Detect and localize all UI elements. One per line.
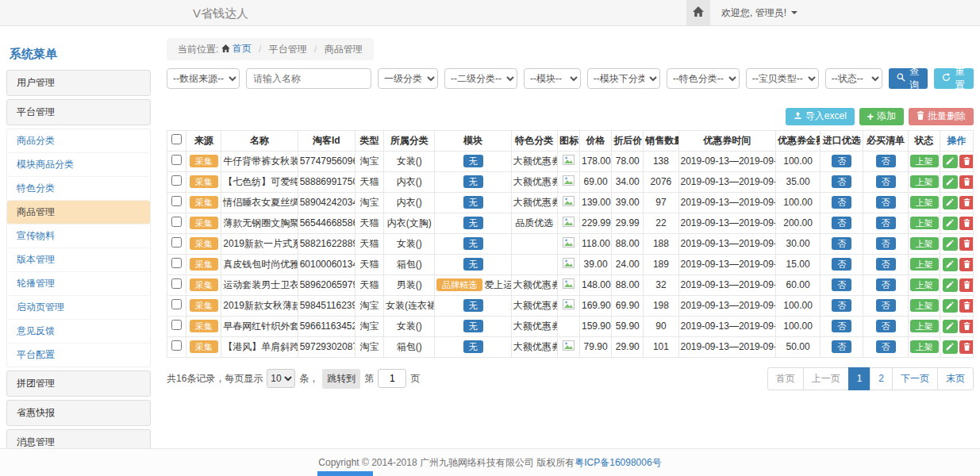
page-number-input[interactable]	[378, 369, 406, 388]
status-badge[interactable]: 上架	[910, 175, 939, 188]
feature-category-select[interactable]: --特色分类--	[667, 68, 740, 89]
must-buy-badge[interactable]: 否	[876, 278, 896, 291]
row-checkbox[interactable]	[171, 258, 182, 268]
import-select-badge[interactable]: 否	[832, 340, 851, 353]
must-buy-badge[interactable]: 否	[876, 237, 896, 250]
select-all-checkbox[interactable]	[171, 134, 182, 144]
must-buy-badge[interactable]: 否	[876, 320, 896, 332]
status-badge[interactable]: 上架	[910, 320, 939, 332]
sidebar-sub-item[interactable]: 意见反馈	[7, 320, 150, 344]
pager-button[interactable]: 1	[848, 367, 871, 390]
delete-button[interactable]	[959, 196, 974, 209]
edit-button[interactable]	[943, 278, 958, 292]
status-badge[interactable]: 上架	[910, 340, 939, 353]
import-select-badge[interactable]: 否	[832, 258, 851, 271]
must-buy-badge[interactable]: 否	[876, 340, 896, 353]
delete-button[interactable]	[959, 155, 974, 168]
sidebar-sub-item[interactable]: 特色分类	[7, 177, 150, 201]
must-buy-badge[interactable]: 否	[876, 217, 896, 229]
import-select-badge[interactable]: 否	[832, 299, 851, 312]
sidebar-sub-item[interactable]: 商品分类	[7, 129, 150, 153]
delete-button[interactable]	[959, 175, 974, 189]
row-checkbox[interactable]	[171, 175, 182, 186]
status-badge[interactable]: 上架	[910, 217, 939, 229]
status-badge[interactable]: 上架	[910, 278, 939, 291]
delete-button[interactable]	[959, 278, 974, 292]
edit-button[interactable]	[943, 155, 958, 168]
edit-button[interactable]	[943, 299, 958, 313]
delete-button[interactable]	[959, 320, 974, 333]
sidebar-sub-item-active[interactable]: 商品管理	[7, 201, 150, 225]
sidebar-group-item[interactable]: 省惠快报	[6, 400, 151, 426]
import-excel-button[interactable]: 导入excel	[786, 108, 855, 125]
pager-button[interactable]: 2	[870, 367, 893, 390]
must-buy-badge[interactable]: 否	[876, 175, 896, 188]
edit-button[interactable]	[943, 175, 958, 189]
add-button[interactable]: + 添加	[859, 108, 904, 125]
item-type-select[interactable]: --宝贝类型--	[746, 68, 819, 89]
row-checkbox[interactable]	[171, 299, 182, 309]
status-badge[interactable]: 上架	[910, 258, 939, 271]
sidebar-sub-item[interactable]: 宣传物料	[7, 225, 150, 248]
batch-delete-button[interactable]: 批量删除	[909, 108, 974, 125]
must-buy-badge[interactable]: 否	[876, 258, 896, 271]
edit-button[interactable]	[943, 320, 958, 333]
primary-category-select[interactable]: 一级分类	[378, 68, 438, 89]
must-buy-badge[interactable]: 否	[876, 299, 896, 312]
sidebar-sub-item[interactable]: 模块商品分类	[7, 153, 150, 177]
delete-button[interactable]	[959, 299, 974, 313]
edit-button[interactable]	[943, 217, 958, 230]
status-badge[interactable]: 上架	[910, 237, 939, 250]
edit-button[interactable]	[943, 237, 958, 251]
status-select[interactable]: --状态--	[825, 68, 882, 89]
search-button[interactable]: 查询	[889, 68, 928, 89]
import-select-badge[interactable]: 否	[832, 278, 851, 291]
must-buy-badge[interactable]: 否	[876, 196, 896, 209]
delete-button[interactable]	[959, 340, 974, 354]
reset-button[interactable]: 重置	[934, 68, 974, 89]
module-select[interactable]: --模块--	[524, 68, 581, 89]
row-checkbox[interactable]	[171, 196, 182, 206]
row-checkbox[interactable]	[171, 217, 182, 227]
home-button[interactable]	[686, 0, 710, 25]
sidebar-sub-item[interactable]: 版本管理	[7, 248, 150, 272]
name-input[interactable]	[246, 68, 371, 89]
status-badge[interactable]: 上架	[910, 299, 939, 312]
row-checkbox[interactable]	[171, 237, 182, 248]
import-select-badge[interactable]: 否	[832, 196, 851, 209]
sidebar-group-item[interactable]: 用户管理	[6, 70, 151, 96]
user-menu[interactable]: 欢迎您, 管理员!	[721, 6, 797, 20]
row-checkbox[interactable]	[171, 155, 182, 165]
import-select-badge[interactable]: 否	[832, 320, 851, 332]
pager-button[interactable]: 下一页	[892, 367, 938, 390]
import-select-badge[interactable]: 否	[832, 217, 851, 229]
row-checkbox[interactable]	[171, 320, 182, 330]
row-checkbox[interactable]	[171, 278, 182, 289]
breadcrumb-home-link[interactable]: 首页	[221, 42, 252, 56]
import-select-badge[interactable]: 否	[832, 237, 851, 250]
import-select-badge[interactable]: 否	[832, 175, 851, 188]
sidebar-sub-item[interactable]: 启动页管理	[7, 296, 150, 320]
delete-button[interactable]	[959, 237, 974, 251]
sidebar-group-item[interactable]: 平台管理	[6, 99, 151, 125]
delete-button[interactable]	[959, 258, 974, 271]
sidebar-group-item[interactable]: 拼团管理	[6, 370, 151, 397]
icp-link[interactable]: 粤ICP备16098006号	[575, 456, 661, 470]
status-badge[interactable]: 上架	[910, 155, 939, 167]
edit-button[interactable]	[943, 258, 958, 271]
data-source-select[interactable]: --数据来源--	[167, 68, 240, 89]
delete-button[interactable]	[959, 217, 974, 230]
edit-button[interactable]	[943, 340, 958, 354]
sidebar-sub-item[interactable]: 平台配置	[7, 344, 150, 367]
module-subcategory-select[interactable]: --模块下分类--	[587, 68, 660, 89]
jump-button[interactable]: 跳转到	[322, 369, 360, 389]
row-checkbox[interactable]	[171, 340, 182, 351]
edit-button[interactable]	[943, 196, 958, 209]
per-page-select[interactable]: 10	[267, 369, 295, 388]
must-buy-badge[interactable]: 否	[876, 155, 896, 167]
status-badge[interactable]: 上架	[910, 196, 939, 209]
secondary-category-select[interactable]: --二级分类--	[444, 68, 517, 89]
sidebar-sub-item[interactable]: 轮播管理	[7, 272, 150, 296]
import-select-badge[interactable]: 否	[832, 155, 851, 167]
pager-button[interactable]: 末页	[937, 367, 974, 390]
